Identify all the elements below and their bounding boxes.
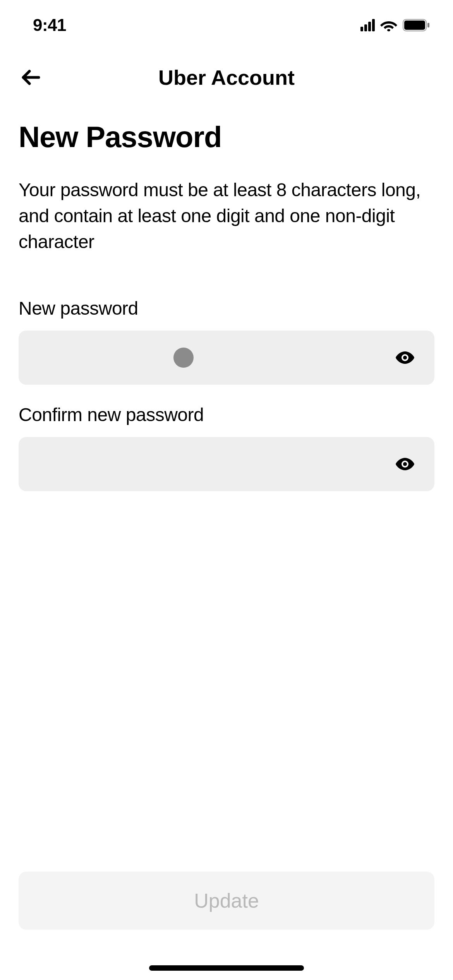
status-icons — [360, 19, 430, 31]
eye-icon — [396, 458, 414, 470]
battery-icon — [403, 19, 430, 31]
status-bar: 9:41 — [0, 0, 453, 50]
bottom-section: Update — [19, 872, 434, 930]
confirm-password-label: Confirm new password — [19, 404, 434, 425]
nav-title: Uber Account — [15, 65, 438, 89]
content: New Password Your password must be at le… — [0, 105, 453, 491]
nav-header: Uber Account — [0, 50, 453, 105]
update-button[interactable]: Update — [19, 872, 434, 930]
new-password-input[interactable] — [19, 331, 434, 385]
confirm-password-input[interactable] — [19, 437, 434, 491]
back-button[interactable] — [15, 62, 46, 93]
status-time: 9:41 — [33, 15, 66, 35]
cellular-signal-icon — [360, 19, 375, 31]
new-password-label: New password — [19, 298, 434, 319]
toggle-confirm-password-visibility-button[interactable] — [394, 453, 416, 475]
svg-rect-2 — [427, 23, 429, 27]
eye-icon — [396, 351, 414, 364]
password-mask-dot — [173, 348, 194, 368]
svg-point-4 — [403, 356, 407, 360]
home-indicator[interactable] — [149, 965, 304, 971]
svg-point-6 — [403, 462, 407, 466]
wifi-icon — [380, 19, 397, 31]
arrow-left-icon — [19, 65, 43, 90]
toggle-password-visibility-button[interactable] — [394, 347, 416, 368]
page-description: Your password must be at least 8 charact… — [19, 177, 434, 255]
svg-rect-1 — [404, 21, 425, 30]
page-title: New Password — [19, 120, 434, 154]
